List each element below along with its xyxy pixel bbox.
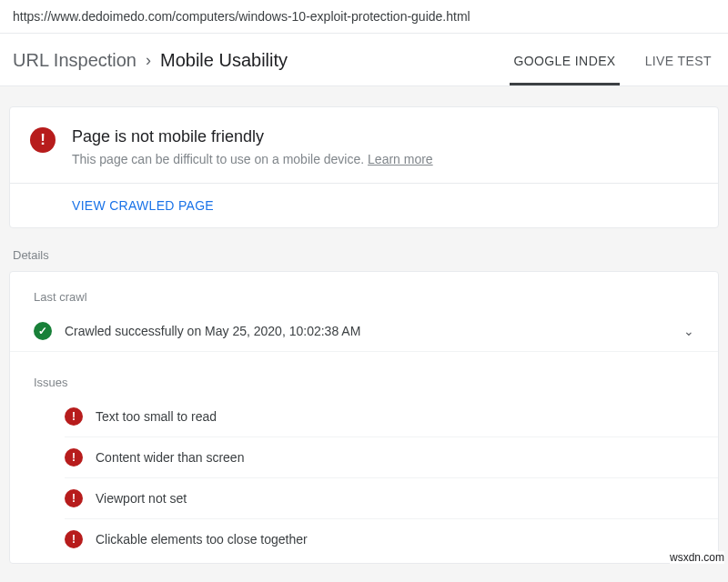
issue-text: Clickable elements too close together — [96, 532, 308, 547]
crawl-text: Crawled successfully on May 25, 2020, 10… — [65, 324, 671, 338]
error-icon: ! — [65, 530, 83, 548]
error-icon: ! — [65, 407, 83, 426]
issue-row[interactable]: ! Text too small to read — [65, 396, 718, 437]
view-crawled-page-button[interactable]: VIEW CRAWLED PAGE — [10, 183, 718, 227]
crawl-row[interactable]: ✓ Crawled successfully on May 25, 2020, … — [10, 311, 718, 352]
alert-subtitle: This page can be difficult to use on a m… — [72, 152, 433, 166]
issue-row[interactable]: ! Content wider than screen — [65, 437, 718, 478]
alert-title: Page is not mobile friendly — [72, 127, 433, 146]
issues-label: Issues — [10, 357, 718, 396]
error-icon: ! — [65, 448, 83, 467]
watermark: wsxdn.com — [670, 551, 724, 564]
header: URL Inspection › Mobile Usability GOOGLE… — [0, 34, 728, 86]
learn-more-link[interactable]: Learn more — [368, 152, 433, 166]
breadcrumb: URL Inspection › Mobile Usability — [13, 34, 288, 85]
check-icon: ✓ — [34, 322, 52, 340]
issue-row[interactable]: ! Clickable elements too close together — [65, 519, 718, 559]
status-card: ! Page is not mobile friendly This page … — [9, 106, 719, 228]
breadcrumb-current: Mobile Usability — [160, 50, 288, 71]
tabs: GOOGLE INDEX LIVE TEST — [510, 37, 715, 85]
error-icon: ! — [30, 127, 56, 153]
issue-text: Content wider than screen — [96, 450, 244, 465]
chevron-right-icon: › — [146, 51, 151, 70]
error-icon: ! — [65, 489, 83, 507]
chevron-down-icon[interactable]: ⌄ — [683, 324, 694, 338]
issue-row[interactable]: ! Viewport not set — [65, 478, 718, 519]
alert: ! Page is not mobile friendly This page … — [10, 107, 718, 183]
alert-subtitle-text: This page can be difficult to use on a m… — [72, 152, 368, 166]
issue-text: Viewport not set — [96, 491, 187, 506]
issue-text: Text too small to read — [96, 409, 217, 424]
tab-google-index[interactable]: GOOGLE INDEX — [510, 37, 619, 85]
details-label: Details — [13, 248, 715, 262]
url-bar[interactable]: https://www.dedoimedo.com/computers/wind… — [0, 0, 728, 34]
tab-live-test[interactable]: LIVE TEST — [642, 37, 715, 85]
issues-block: Issues ! Text too small to read ! Conten… — [10, 352, 718, 559]
details-card: Last crawl ✓ Crawled successfully on May… — [9, 271, 719, 564]
last-crawl-label: Last crawl — [10, 272, 718, 311]
breadcrumb-root[interactable]: URL Inspection — [13, 50, 136, 71]
